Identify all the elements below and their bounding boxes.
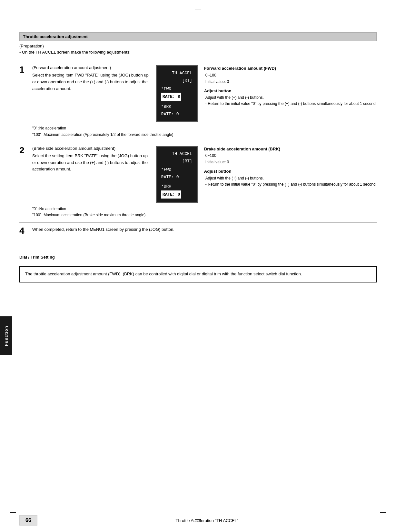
- step2-info-range: 0~100: [204, 153, 377, 159]
- lcd2-header: TH ACCEL[RT]: [161, 150, 192, 165]
- section-header: Throttle acceleration adjustment: [19, 32, 377, 41]
- divider-1: [19, 61, 377, 61]
- step1-container: 1 (Forward acceleration amount adjustmen…: [19, 65, 377, 122]
- step1-content: (Forward acceleration amount adjustment)…: [32, 65, 156, 122]
- step1-adjust-body: Adjust with the (+) and (-) buttons.- Re…: [204, 95, 377, 107]
- step1-description: Select the setting item FWD "RATE" using…: [32, 72, 153, 92]
- footer-title: Throttle Acceleration "TH ACCEL": [37, 518, 377, 523]
- step2-description: Select the setting item BRK "RATE" using…: [32, 153, 153, 173]
- instruction-text: - On the TH ACCEL screen make the follow…: [19, 50, 377, 55]
- step1-note-1: "0" :No acceleration: [32, 125, 377, 131]
- step2-note-2: "100" :Maximum acceleration (Brake side …: [32, 212, 377, 218]
- lcd1-header: TH ACCEL[RT]: [161, 69, 192, 85]
- main-content: Throttle acceleration adjustment (Prepar…: [19, 32, 377, 506]
- step2-right: TH ACCEL[RT] *FWD RATE: 0 *BRK RATE: 0 B…: [156, 146, 377, 203]
- lcd2-fwd: *FWD: [161, 166, 192, 173]
- step2-title: (Brake side acceleration amount adjustme…: [32, 146, 153, 151]
- lcd2-brk: *BRK: [161, 183, 192, 190]
- divider-2: [19, 142, 377, 142]
- preparation-text: (Preparation): [19, 44, 377, 48]
- page-number: 66: [19, 515, 37, 526]
- step2-content: (Brake side acceleration amount adjustme…: [32, 146, 156, 203]
- lcd1-brk: *BRK: [161, 103, 192, 110]
- page-footer: 66 Throttle Acceleration "TH ACCEL": [0, 515, 396, 526]
- lcd1-fwd: *FWD: [161, 85, 192, 93]
- step4-number: 4: [19, 226, 32, 235]
- step4-container: 4 When completed, return to the MENU1 sc…: [19, 226, 377, 235]
- lcd2-rate-brk-highlight: RATE: 0: [161, 190, 182, 199]
- corner-tr: [380, 10, 386, 16]
- step1-title: (Forward acceleration amount adjustment): [32, 65, 153, 70]
- lcd2-rate-fwd: RATE: 0: [161, 173, 192, 181]
- lcd2-rate-brk: RATE: 0: [161, 190, 192, 199]
- step1-note-2: "100" :Maximum acceleration (Approximate…: [32, 132, 377, 138]
- side-tab: Function: [0, 316, 12, 355]
- step1-adjust-title: Adjust button: [204, 88, 377, 94]
- dial-trim-body: The throttle acceleration adjustment amo…: [25, 271, 302, 276]
- step2-info: Brake side acceleration amount (BRK) 0~1…: [204, 146, 377, 188]
- lcd1-rate-fwd-highlight: RATE: 8: [161, 93, 182, 101]
- step1-info-initial: Initial value: 0: [204, 79, 377, 85]
- step1-lcd: TH ACCEL[RT] *FWD RATE: 8 *BRK RATE: 0: [156, 65, 198, 122]
- lcd1-rate-brk: RATE: 0: [161, 110, 192, 118]
- step2-notes: "0" :No acceleration "100" :Maximum acce…: [32, 206, 377, 218]
- step2-adjust-body: Adjust with the (+) and (-) buttons.- Re…: [204, 175, 377, 188]
- step2-info-title: Brake side acceleration amount (BRK): [204, 146, 377, 152]
- crosshair-top: [195, 6, 201, 9]
- step1-info-title: Forward acceleration amount (FWD): [204, 65, 377, 72]
- lcd1-rate-fwd: RATE: 8: [161, 93, 192, 101]
- dial-trim-section: Dial / Trim Setting The throttle acceler…: [19, 255, 377, 282]
- divider-3: [19, 222, 377, 222]
- step4-content: When completed, return to the MENU1 scre…: [32, 226, 377, 233]
- dial-trim-title: Dial / Trim Setting: [19, 255, 377, 260]
- step2-adjust-title: Adjust button: [204, 168, 377, 175]
- step2-lcd: TH ACCEL[RT] *FWD RATE: 0 *BRK RATE: 0: [156, 146, 198, 203]
- dial-trim-box: The throttle acceleration adjustment amo…: [19, 266, 377, 282]
- step1-notes: "0" :No acceleration "100" :Maximum acce…: [32, 125, 377, 138]
- step2-info-initial: Initial value: 0: [204, 159, 377, 165]
- corner-bl: [10, 506, 16, 513]
- corner-br: [380, 506, 386, 513]
- step1-number: 1: [19, 65, 32, 122]
- step1-right: TH ACCEL[RT] *FWD RATE: 8 *BRK RATE: 0 F…: [156, 65, 377, 122]
- step2-number: 2: [19, 146, 32, 203]
- step1-info-range: 0~100: [204, 72, 377, 78]
- corner-tl: [10, 10, 16, 16]
- step1-info: Forward acceleration amount (FWD) 0~100 …: [204, 65, 377, 107]
- step2-note-1: "0" :No acceleration: [32, 206, 377, 212]
- step2-container: 2 (Brake side acceleration amount adjust…: [19, 146, 377, 203]
